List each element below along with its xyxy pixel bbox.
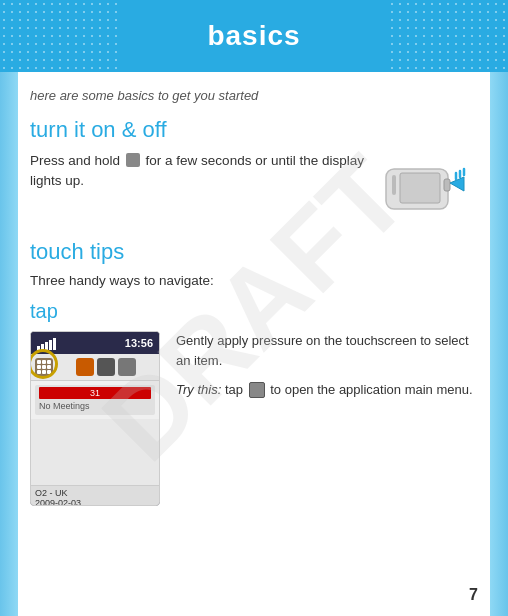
power-device-svg [378, 151, 478, 221]
on-off-section: Press and hold for a few seconds or unti… [30, 151, 478, 221]
phone-body: 31 No Meetings O2 - UK 2009-02-03 [31, 381, 159, 506]
page-header: basics [0, 0, 508, 72]
phone-wallpaper [31, 419, 159, 485]
header-dots-left [0, 0, 120, 72]
phone-screenshot: 13:56 [30, 331, 160, 506]
menu-inline-icon [249, 382, 265, 398]
page-subtitle: here are some basics to get you started [30, 88, 478, 103]
section-touch-tips-title: touch tips [30, 239, 478, 265]
power-button-inline-icon [126, 153, 140, 167]
tap-title: tap [30, 300, 478, 323]
try-this-label: Try this: [176, 382, 221, 397]
tap-section: tap 13:56 [30, 300, 478, 506]
phone-calendar: 31 No Meetings [35, 385, 155, 415]
phone-operator: O2 - UK [35, 488, 155, 498]
device-power-illustration [378, 151, 478, 221]
three-ways-text: Three handy ways to navigate: [30, 273, 478, 288]
signal-bars [37, 336, 56, 350]
section-on-off-title: turn it on & off [30, 117, 478, 143]
app-icon-call [118, 358, 136, 376]
tap-try-this: Try this: tap to open the application ma… [176, 380, 478, 400]
touch-tips-section: touch tips Three handy ways to navigate: [30, 239, 478, 288]
phone-bottom-info: O2 - UK 2009-02-03 [31, 485, 159, 506]
phone-time: 13:56 [125, 337, 153, 349]
svg-rect-2 [400, 173, 440, 203]
cal-body: No Meetings [39, 399, 151, 413]
app-icon-contact [76, 358, 94, 376]
cal-header: 31 [39, 387, 151, 399]
tap-content: 13:56 [30, 331, 478, 506]
signal-bar-5 [53, 338, 56, 350]
header-dots-right [388, 0, 508, 72]
tap-circle-indicator [30, 349, 58, 379]
tap-description: Gently apply pressure on the touchscreen… [176, 331, 478, 400]
on-off-description: Press and hold for a few seconds or unti… [30, 151, 378, 192]
svg-rect-1 [392, 175, 396, 195]
signal-bar-4 [49, 340, 52, 350]
tap-main-text: Gently apply pressure on the touchscreen… [176, 331, 478, 370]
phone-top-icons [31, 354, 159, 381]
main-content: here are some basics to get you started … [0, 72, 508, 522]
app-icon-msg [97, 358, 115, 376]
page-number: 7 [469, 586, 478, 604]
phone-date: 2009-02-03 [35, 498, 155, 506]
svg-rect-3 [444, 179, 450, 191]
page-title: basics [207, 20, 300, 52]
